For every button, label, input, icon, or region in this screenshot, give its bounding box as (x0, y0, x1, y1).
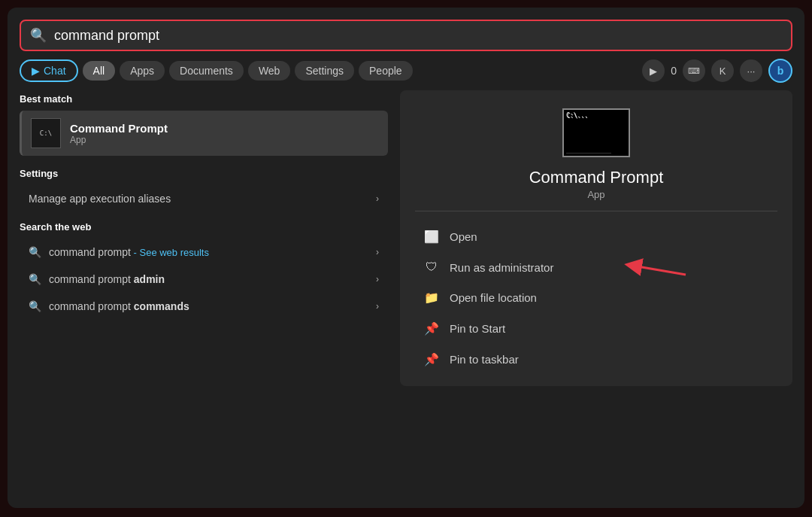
web-search-item-0[interactable]: 🔍 command prompt - See web results › (20, 239, 388, 266)
filter-tabs: ▶ Chat All Apps Documents Web Settings P… (8, 51, 804, 90)
app-info: Command Prompt App (70, 122, 168, 145)
web-search-item-1[interactable]: 🔍 command prompt admin › (20, 266, 388, 293)
app-type: App (70, 135, 168, 145)
chat-icon: ▶ (32, 65, 40, 77)
search-input[interactable]: command prompt (54, 28, 782, 44)
pin-icon-1: 📌 (424, 352, 439, 366)
user-initial-button[interactable]: K (711, 59, 734, 82)
left-panel: Best match C:\ Command Prompt App Settin… (20, 90, 388, 508)
search-web-title: Search the web (20, 221, 388, 233)
web-search-item-2[interactable]: 🔍 command prompt commands › (20, 293, 388, 320)
web-item-text-0: command prompt - See web results (49, 246, 209, 258)
settings-title: Settings (20, 168, 388, 179)
shield-icon: 🛡 (424, 260, 439, 274)
tab-apps[interactable]: Apps (120, 61, 165, 81)
action-list: ⬜ Open 🛡 Run as administrator 📁 Open fil… (415, 222, 777, 374)
tab-web[interactable]: Web (248, 61, 291, 81)
divider (415, 211, 777, 211)
tab-controls: ▶ 0 ⌨ K ··· b (642, 59, 792, 83)
tab-people[interactable]: People (359, 61, 413, 81)
bing-button[interactable]: b (768, 59, 792, 83)
right-panel: C:\... Command Prompt App ⬜ Open 🛡 Run a… (400, 90, 792, 386)
tab-all[interactable]: All (83, 61, 116, 81)
chevron-icon: › (376, 193, 379, 204)
bing-icon: b (777, 65, 784, 77)
action-open-file-location[interactable]: 📁 Open file location (415, 283, 777, 312)
folder-icon: 📁 (424, 290, 439, 305)
action-pin-to-taskbar[interactable]: 📌 Pin to taskbar (415, 345, 777, 374)
cmd-preview-icon: C:\... (562, 108, 630, 157)
web-search-icon-2: 🔍 (29, 300, 41, 312)
tab-chat[interactable]: ▶ Chat (20, 59, 78, 82)
open-icon: ⬜ (424, 230, 439, 244)
more-options-button[interactable]: ··· (740, 59, 762, 82)
web-search-icon-1: 🔍 (29, 273, 41, 285)
app-name: Command Prompt (70, 122, 168, 135)
best-match-item[interactable]: C:\ Command Prompt App (20, 111, 388, 156)
search-icon: 🔍 (30, 27, 47, 44)
chevron-icon-0: › (376, 247, 379, 257)
main-content: Best match C:\ Command Prompt App Settin… (8, 90, 804, 508)
result-count: 0 (671, 65, 677, 77)
right-panel-wrapper: C:\... Command Prompt App ⬜ Open 🛡 Run a… (400, 90, 792, 508)
best-match-title: Best match (20, 93, 388, 105)
pin-icon-0: 📌 (424, 321, 439, 336)
tab-documents[interactable]: Documents (169, 61, 244, 81)
action-open[interactable]: ⬜ Open (415, 222, 777, 251)
right-app-name: Command Prompt (529, 168, 664, 187)
action-pin-to-start[interactable]: 📌 Pin to Start (415, 314, 777, 343)
action-run-as-admin[interactable]: 🛡 Run as administrator (415, 253, 777, 281)
search-window: 🔍 command prompt ▶ Chat All Apps Documen… (8, 8, 804, 508)
chevron-icon-1: › (376, 274, 379, 284)
web-item-text-1: command prompt admin (49, 273, 165, 285)
play-button[interactable]: ▶ (642, 59, 665, 82)
settings-item[interactable]: Manage app execution aliases › (20, 185, 388, 212)
web-search-icon-0: 🔍 (29, 246, 41, 258)
search-bar: 🔍 command prompt (20, 20, 792, 51)
user-icon-button[interactable]: ⌨ (683, 59, 705, 82)
web-item-text-2: command prompt commands (49, 300, 189, 312)
right-app-type: App (587, 189, 604, 200)
chevron-icon-2: › (376, 301, 379, 312)
tab-settings[interactable]: Settings (295, 61, 354, 81)
cmd-app-icon: C:\ (31, 118, 61, 148)
